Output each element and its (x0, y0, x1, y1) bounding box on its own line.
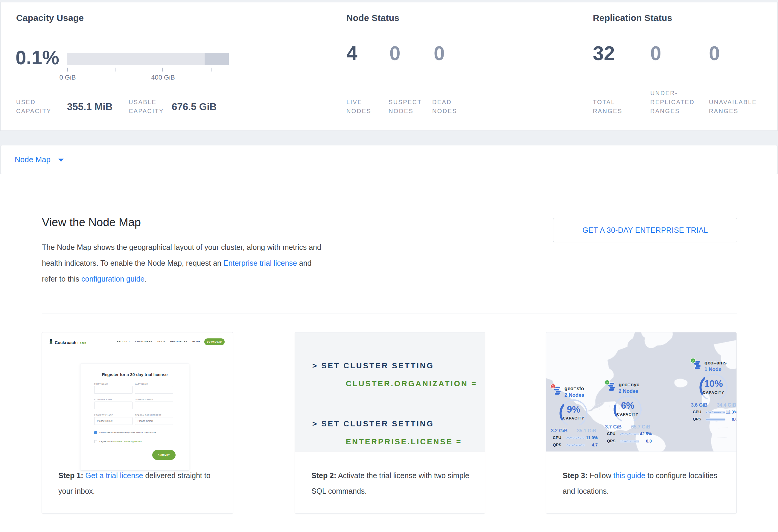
qps-label: QPS (607, 439, 616, 443)
view-selector-label: Node Map (15, 155, 51, 164)
project-phase-label: PROJECT PHASE (94, 414, 113, 416)
used-capacity-label: USED CAPACITY (16, 97, 57, 116)
qps-label: QPS (553, 443, 561, 447)
under-replicated-ranges-label: UNDER-REPLICATED RANGES (650, 89, 706, 116)
nav-item-resources: RESOURCES (170, 340, 187, 343)
capacity-axis-label-400: 400 GiB (151, 74, 175, 81)
configuration-guide-link[interactable]: configuration guide (81, 275, 145, 283)
page-title: View the Node Map (42, 216, 141, 229)
node-map-description: The Node Map shows the geographical layo… (42, 239, 323, 287)
enterprise-trial-license-link[interactable]: Enterprise trial license (223, 259, 297, 267)
usable-capacity-value: 676.5 GiB (172, 101, 217, 112)
logo-labs-text: LABS (77, 342, 86, 345)
checkbox-label-text: I agree to the (99, 440, 113, 443)
capacity-bar-reserved-segment (205, 53, 229, 65)
step-2-card: > SET CLUSTER SETTING CLUSTER.ORGANIZATI… (295, 332, 485, 514)
get-trial-license-link[interactable]: Get a trial license (85, 471, 143, 480)
node-map-promo-section: View the Node Map The Node Map shows the… (0, 174, 778, 532)
nav-item-product: PRODUCT (116, 340, 130, 343)
cpu-value: 42.5% (640, 432, 652, 436)
capacity-percent: 0.1% (15, 47, 59, 69)
capacity-axis-label-0: 0 GiB (59, 74, 76, 81)
form-title: Register for a 30-day trial license (80, 372, 189, 377)
cluster-overview-page: Capacity Usage 0.1% 0 GiB 400 GiB USED C… (0, 0, 778, 532)
sql-command-line: > SET CLUSTER SETTING (312, 419, 434, 429)
capacity-axis-tick (162, 68, 163, 72)
error-count-badge: 1 (550, 384, 556, 389)
cpu-sparkline (706, 410, 725, 414)
cockroach-bug-icon (49, 338, 53, 344)
download-pill-button: DOWNLOAD (204, 338, 225, 345)
reason-select: Please Select (135, 417, 173, 425)
enterprise-trial-button[interactable]: GET A 30-DAY ENTERPRISE TRIAL (553, 218, 737, 242)
sql-command-line: > SET CLUSTER SETTING (312, 361, 434, 370)
cockroach-labs-logo: Cockroach LABS (49, 338, 86, 345)
checkbox-checked-icon (94, 431, 97, 434)
capacity-percent: 9% (550, 404, 597, 415)
under-replicated-ranges-value: 0 (650, 42, 662, 65)
step-label: Step 1: (58, 471, 83, 480)
cpu-sparkline (620, 432, 639, 436)
step-1-card: Cockroach LABS PRODUCT CUSTOMERS DOCS RE… (42, 332, 233, 514)
locality-name: geo=nyc (619, 382, 639, 388)
capacity-percent: 6% (605, 400, 651, 411)
usable-capacity-label: USABLE CAPACITY (129, 97, 170, 116)
company-name-field (94, 401, 133, 409)
unavailable-ranges-value: 0 (709, 42, 720, 65)
step-3-caption: Step 3: Follow this guide to configure l… (563, 468, 723, 499)
locality-name: geo=sfo (564, 386, 584, 392)
capacity-percent: 10% (690, 379, 737, 389)
nav-item-docs: DOCS (157, 340, 165, 343)
step-text: Follow (588, 471, 613, 480)
locality-name: geo=ams (704, 360, 726, 366)
replication-status-title: Replication Status (593, 13, 672, 23)
database-stack-icon: 1 (553, 386, 561, 395)
checkbox-unchecked-icon (94, 440, 97, 443)
license-agreement-checkbox-row: I agree to the Software License Agreemen… (94, 440, 178, 443)
capacity-max-value: 35.1 GiB (577, 428, 596, 434)
project-phase-select: Please Select (94, 417, 133, 425)
step-2-caption: Step 2: Activate the trial license with … (311, 468, 471, 499)
database-stack-icon: ✓ (693, 361, 701, 370)
capacity-used-value: 3.7 GiB (605, 424, 622, 430)
company-email-label: COMPANY EMAIL (135, 398, 153, 401)
total-ranges-label: TOTAL RANGES (593, 97, 636, 116)
step-label: Step 2: (311, 471, 336, 480)
qps-label: QPS (693, 417, 701, 421)
node-count: 1 Node (704, 367, 721, 373)
qps-sparkline (706, 417, 725, 421)
node-count: 2 Nodes (619, 388, 638, 394)
cpu-sparkline (566, 436, 585, 440)
this-guide-link[interactable]: this guide (614, 471, 645, 480)
live-nodes-value: 4 (346, 42, 358, 65)
last-name-field (135, 386, 173, 394)
capacity-used-value: 3.2 GiB (551, 428, 567, 434)
qps-value: 0.0 (646, 439, 652, 443)
dead-nodes-label: DEAD NODES (432, 97, 474, 116)
healthy-check-badge: ✓ (690, 358, 696, 363)
first-name-field (94, 386, 133, 394)
company-name-label: COMPANY NAME (94, 398, 112, 401)
unavailable-ranges-label: UNAVAILABLE RANGES (709, 97, 769, 116)
checkbox-label: I agree to the Software License Agreemen… (99, 440, 142, 443)
site-nav: PRODUCT CUSTOMERS DOCS RESOURCES BLOG (116, 340, 200, 343)
qps-sparkline (620, 439, 639, 443)
checkbox-label: I would like to receive email updates ab… (99, 431, 157, 435)
view-selector-dropdown[interactable]: Node Map (0, 145, 778, 174)
cpu-label: CPU (693, 409, 701, 414)
node-count: 2 Nodes (564, 392, 584, 398)
qps-sparkline (566, 443, 585, 447)
sql-setting-name: ENTERPRISE.LICENSE = (346, 437, 462, 446)
capacity-max-value: 65.7 GiB (631, 424, 650, 430)
step-1-caption: Step 1: Get a trial license delivered st… (58, 468, 218, 499)
cpu-value: 12.3% (726, 409, 737, 414)
used-capacity-value: 355.1 MiB (67, 101, 112, 112)
capacity-caption: CAPACITY (605, 412, 651, 416)
capacity-used-value: 3.6 GiB (691, 402, 707, 408)
step-3-card: 1 geo=sfo 2 Nodes (546, 332, 737, 514)
submit-pill-button: SUBMIT (152, 450, 175, 460)
software-license-agreement-link: Software License Agreement. (113, 440, 142, 443)
suspect-nodes-value: 0 (389, 42, 400, 65)
total-ranges-value: 32 (593, 42, 615, 65)
sql-setting-name: CLUSTER.ORGANIZATION = (346, 379, 477, 388)
